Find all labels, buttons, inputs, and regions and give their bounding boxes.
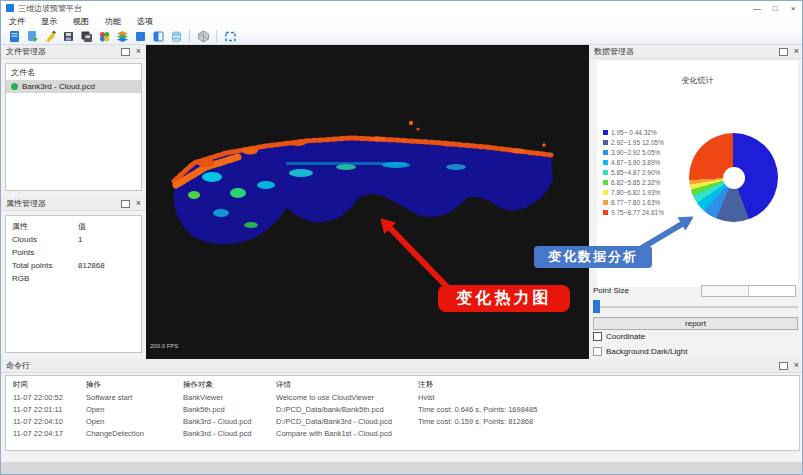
cylinder-view-icon[interactable] — [169, 29, 183, 43]
file-tree-column-header: 文件名 — [6, 64, 141, 80]
save-all-icon[interactable] — [79, 29, 93, 43]
analysis-annotation-label: 变化数据分析 — [534, 246, 652, 268]
close-panel-icon[interactable]: × — [794, 361, 799, 370]
maximize-button[interactable]: □ — [766, 1, 784, 15]
log-row: 11-07 22:04:17 ChangeDetection Bank3rd -… — [13, 427, 799, 439]
layers-icon[interactable] — [115, 29, 129, 43]
fill-view-icon[interactable] — [133, 29, 147, 43]
new-file-icon[interactable] — [7, 29, 21, 43]
file-tree: 文件名 Bank3rd - Cloud.pcd — [5, 63, 142, 191]
legend-item: 6.82~5.85 2.32% — [603, 177, 664, 187]
legend-swatch — [603, 140, 608, 145]
property-row: Points — [12, 246, 141, 259]
log-table-header: 时间 操作 操作对象 详情 注释 — [13, 379, 799, 391]
float-panel-icon[interactable] — [121, 48, 130, 56]
checkbox-icon[interactable] — [593, 332, 602, 341]
legend-swatch — [603, 200, 608, 205]
float-panel-icon[interactable] — [121, 200, 130, 208]
cloud-status-icon — [11, 83, 18, 90]
coordinate-checkbox[interactable]: Coordinate — [593, 332, 645, 341]
legend-swatch — [603, 150, 608, 155]
property-row: RGB — [12, 272, 141, 285]
save-cloud-icon[interactable] — [61, 29, 75, 43]
menu-bar: 文件 显示 视图 功能 选项 — [1, 15, 802, 29]
split-view-icon[interactable] — [151, 29, 165, 43]
menu-view[interactable]: 视图 — [65, 16, 97, 27]
property-table-header: 属性 值 — [12, 220, 141, 233]
window-title: 三维边坡预警平台 — [18, 3, 82, 14]
legend-item: 7.80~6.82 1.93% — [603, 187, 664, 197]
toolbar-separator — [189, 30, 190, 42]
chart-title: 变化统计 — [597, 75, 798, 86]
report-button[interactable]: report — [593, 317, 798, 330]
chart-legend: 1.95~ 0 44.32% 2.92~1.95 12.05% 3.90~2.9… — [603, 127, 664, 217]
file-manager-title: 文件管理器 — [6, 46, 46, 57]
log-row: 11-07 22:04:10 Open Bank3rd - Cloud.pcd … — [13, 415, 799, 427]
legend-swatch — [603, 160, 608, 165]
close-panel-icon[interactable]: × — [794, 47, 799, 56]
property-manager-header: 属性管理器 × — [1, 197, 146, 211]
property-table: 属性 值 Clouds 1 Points Total points 812868… — [5, 215, 142, 353]
checkbox-icon[interactable] — [593, 347, 602, 356]
menu-options[interactable]: 选项 — [129, 16, 161, 27]
heatmap-annotation-label: 变化热力图 — [438, 285, 570, 312]
clean-brush-icon[interactable] — [43, 29, 57, 43]
application-window: 三维边坡预警平台 — □ × 文件 显示 视图 功能 选项 文件管理器 — [0, 0, 803, 475]
app-icon — [6, 4, 14, 12]
close-panel-icon[interactable]: × — [136, 47, 141, 56]
menu-function[interactable]: 功能 — [97, 16, 129, 27]
legend-item: 5.85~4.87 2.90% — [603, 167, 664, 177]
property-manager-title: 属性管理器 — [6, 198, 46, 209]
point-size-spinbox[interactable] — [701, 285, 796, 297]
color-settings-icon[interactable] — [97, 29, 111, 43]
legend-swatch — [603, 180, 608, 185]
command-log-table: 时间 操作 操作对象 详情 注释 11-07 22:00:52 Software… — [5, 375, 800, 451]
fps-counter: 200.0 FPS — [150, 343, 178, 349]
property-row: Total points 812868 — [12, 259, 141, 272]
legend-item: 9.75~8.77 24.61% — [603, 207, 664, 217]
close-panel-icon[interactable]: × — [136, 199, 141, 208]
pie-chart-hole — [723, 167, 745, 189]
point-size-slider-handle[interactable] — [593, 300, 600, 313]
legend-swatch — [603, 210, 608, 215]
point-size-label: Point Size — [593, 286, 629, 295]
legend-item: 4.87~3.90 3.89% — [603, 157, 664, 167]
legend-swatch — [603, 190, 608, 195]
data-manager-header: 数据管理器 × — [589, 45, 803, 59]
background-checkbox[interactable]: Background:Dark/Light — [593, 347, 687, 356]
log-row: 11-07 22:01:11 Open Bank5th.pcd D:/PCD_D… — [13, 403, 799, 415]
toolbar-separator — [216, 30, 217, 42]
mesh-view-icon[interactable] — [196, 29, 210, 43]
bottom-strip — [1, 462, 802, 475]
property-row: Clouds 1 — [12, 233, 141, 246]
close-button[interactable]: × — [784, 1, 802, 15]
command-line-title: 命令行 — [6, 360, 30, 371]
data-manager-title: 数据管理器 — [594, 46, 634, 57]
float-panel-icon[interactable] — [779, 362, 788, 370]
menu-file[interactable]: 文件 — [1, 16, 33, 27]
float-panel-icon[interactable] — [779, 48, 788, 56]
legend-item: 3.90~2.92 5.05% — [603, 147, 664, 157]
file-manager-header: 文件管理器 × — [1, 45, 146, 59]
open-file-icon[interactable] — [25, 29, 39, 43]
file-tree-item-label: Bank3rd - Cloud.pcd — [22, 82, 95, 91]
log-row: 11-07 22:00:52 Software start BankViewer… — [13, 391, 799, 403]
window-controls: — □ × — [748, 1, 802, 15]
legend-item: 1.95~ 0 44.32% — [603, 127, 664, 137]
point-size-slider-track[interactable] — [593, 306, 798, 308]
toolbar — [1, 28, 802, 45]
legend-item: 2.92~1.95 12.05% — [603, 137, 664, 147]
command-line-header: 命令行 × — [1, 359, 803, 373]
file-tree-item[interactable]: Bank3rd - Cloud.pcd — [6, 80, 141, 93]
menu-display[interactable]: 显示 — [33, 16, 65, 27]
pie-chart — [689, 133, 778, 222]
bounding-box-icon[interactable] — [223, 29, 237, 43]
legend-item: 8.77~7.80 1.63% — [603, 197, 664, 207]
title-bar: 三维边坡预警平台 — □ × — [1, 1, 802, 15]
minimize-button[interactable]: — — [748, 1, 766, 15]
legend-swatch — [603, 130, 608, 135]
legend-swatch — [603, 170, 608, 175]
